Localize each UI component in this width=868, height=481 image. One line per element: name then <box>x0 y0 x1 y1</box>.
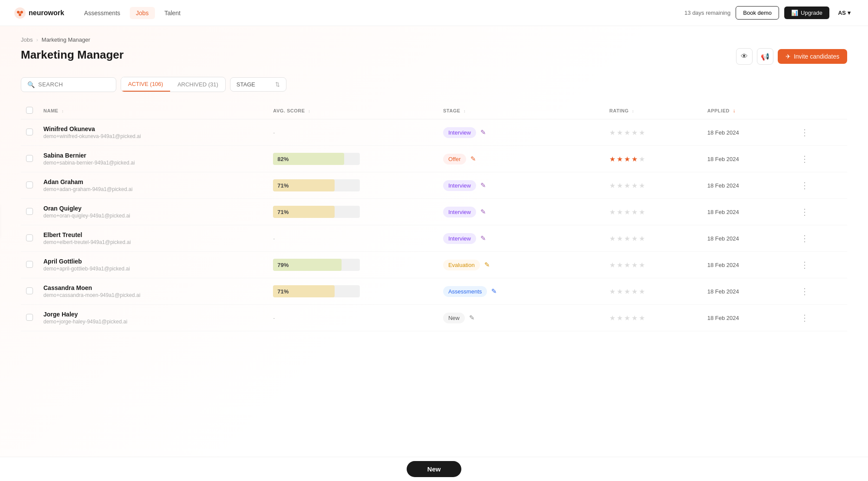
more-menu-button[interactable]: ⋮ <box>797 311 812 324</box>
search-input[interactable] <box>38 81 110 88</box>
star-4[interactable]: ★ <box>631 128 638 137</box>
star-3[interactable]: ★ <box>624 261 630 269</box>
nav-assessments[interactable]: Assessments <box>78 7 126 19</box>
rating-stars[interactable]: ★★★★★ <box>609 261 697 269</box>
star-1[interactable]: ★ <box>609 287 615 296</box>
row-checkbox[interactable] <box>26 234 33 241</box>
star-3[interactable]: ★ <box>624 155 630 163</box>
star-1[interactable]: ★ <box>609 314 615 322</box>
stage-select[interactable]: STAGE ⇅ <box>230 77 286 92</box>
star-5[interactable]: ★ <box>639 287 645 296</box>
col-name[interactable]: NAME ↕ <box>38 102 268 119</box>
nav-talent[interactable]: Talent <box>158 7 187 19</box>
more-menu-button[interactable]: ⋮ <box>797 232 812 245</box>
row-checkbox[interactable] <box>26 181 33 188</box>
search-box[interactable]: 🔍 <box>21 77 116 92</box>
book-demo-button[interactable]: Book demo <box>736 6 779 20</box>
star-3[interactable]: ★ <box>624 234 630 243</box>
stage-badge[interactable]: Interview <box>443 233 476 244</box>
stage-edit-icon[interactable]: ✎ <box>469 314 475 322</box>
more-menu-button[interactable]: ⋮ <box>797 179 812 192</box>
candidate-name-cell[interactable]: Jorge Haley demo+jorge-haley-949a1@picke… <box>38 305 268 331</box>
rating-stars[interactable]: ★★★★★ <box>609 128 697 137</box>
tab-active[interactable]: ACTIVE (106) <box>121 77 170 92</box>
table-row[interactable]: Jorge Haley demo+jorge-haley-949a1@picke… <box>21 305 847 331</box>
rating-stars[interactable]: ★★★★★ <box>609 314 697 322</box>
row-checkbox[interactable] <box>26 155 33 162</box>
star-2[interactable]: ★ <box>617 234 623 243</box>
new-button[interactable]: New <box>407 461 462 477</box>
star-2[interactable]: ★ <box>617 128 623 137</box>
star-5[interactable]: ★ <box>639 208 645 216</box>
table-row[interactable]: Oran Quigley demo+oran-quigley-949a1@pic… <box>21 199 847 225</box>
star-3[interactable]: ★ <box>624 181 630 190</box>
row-checkbox[interactable] <box>26 287 33 294</box>
star-3[interactable]: ★ <box>624 287 630 296</box>
breadcrumb-parent[interactable]: Jobs <box>21 36 33 43</box>
more-menu-button[interactable]: ⋮ <box>797 152 812 165</box>
star-1[interactable]: ★ <box>609 261 615 269</box>
star-2[interactable]: ★ <box>617 314 623 322</box>
star-4[interactable]: ★ <box>631 234 638 243</box>
col-applied[interactable]: APPLIED ↓ <box>702 102 792 119</box>
table-row[interactable]: Winifred Okuneva demo+winifred-okuneva-9… <box>21 119 847 146</box>
star-2[interactable]: ★ <box>617 208 623 216</box>
tab-archived[interactable]: ARCHIVED (31) <box>171 78 225 91</box>
share-button[interactable]: 📢 <box>757 48 773 65</box>
stage-edit-icon[interactable]: ✎ <box>480 208 486 216</box>
star-2[interactable]: ★ <box>617 155 623 163</box>
star-1[interactable]: ★ <box>609 208 615 216</box>
star-3[interactable]: ★ <box>624 314 630 322</box>
table-row[interactable]: Cassandra Moen demo+cassandra-moen-949a1… <box>21 278 847 305</box>
candidate-name-cell[interactable]: Cassandra Moen demo+cassandra-moen-949a1… <box>38 278 268 305</box>
stage-edit-icon[interactable]: ✎ <box>480 234 486 242</box>
rating-stars[interactable]: ★★★★★ <box>609 287 697 296</box>
more-menu-button[interactable]: ⋮ <box>797 205 812 218</box>
candidate-name-cell[interactable]: Sabina Bernier demo+sabina-bernier-949a1… <box>38 146 268 172</box>
star-5[interactable]: ★ <box>639 155 645 163</box>
nav-jobs[interactable]: Jobs <box>130 7 155 19</box>
candidate-name-cell[interactable]: Elbert Treutel demo+elbert-treutel-949a1… <box>38 225 268 252</box>
star-2[interactable]: ★ <box>617 181 623 190</box>
col-rating[interactable]: RATING ↕ <box>604 102 702 119</box>
star-5[interactable]: ★ <box>639 128 645 137</box>
candidate-name-cell[interactable]: Adan Graham demo+adan-graham-949a1@picke… <box>38 172 268 199</box>
upgrade-button[interactable]: 📊 Upgrade <box>784 7 829 19</box>
candidate-name-cell[interactable]: Oran Quigley demo+oran-quigley-949a1@pic… <box>38 199 268 225</box>
star-1[interactable]: ★ <box>609 234 615 243</box>
star-4[interactable]: ★ <box>631 208 638 216</box>
candidate-name-cell[interactable]: April Gottlieb demo+april-gottlieb-949a1… <box>38 252 268 278</box>
more-menu-button[interactable]: ⋮ <box>797 126 812 139</box>
stage-badge[interactable]: Offer <box>443 154 466 165</box>
table-row[interactable]: Adan Graham demo+adan-graham-949a1@picke… <box>21 172 847 199</box>
stage-badge[interactable]: Assessments <box>443 286 487 297</box>
more-menu-button[interactable]: ⋮ <box>797 258 812 271</box>
row-checkbox[interactable] <box>26 128 33 135</box>
stage-badge[interactable]: Interview <box>443 180 476 191</box>
star-3[interactable]: ★ <box>624 128 630 137</box>
table-row[interactable]: Sabina Bernier demo+sabina-bernier-949a1… <box>21 146 847 172</box>
invite-candidates-button[interactable]: ✈ Invite candidates <box>778 49 847 64</box>
stage-edit-icon[interactable]: ✎ <box>480 128 486 136</box>
stage-edit-icon[interactable]: ✎ <box>470 155 476 163</box>
star-1[interactable]: ★ <box>609 155 615 163</box>
table-row[interactable]: Elbert Treutel demo+elbert-treutel-949a1… <box>21 225 847 252</box>
col-stage[interactable]: STAGE ↕ <box>438 102 604 119</box>
stage-badge[interactable]: Evaluation <box>443 260 480 270</box>
stage-edit-icon[interactable]: ✎ <box>484 261 490 269</box>
more-menu-button[interactable]: ⋮ <box>797 285 812 298</box>
stage-badge[interactable]: New <box>443 313 465 323</box>
table-row[interactable]: April Gottlieb demo+april-gottlieb-949a1… <box>21 252 847 278</box>
star-5[interactable]: ★ <box>639 261 645 269</box>
star-4[interactable]: ★ <box>631 155 638 163</box>
star-3[interactable]: ★ <box>624 208 630 216</box>
candidate-name-cell[interactable]: Winifred Okuneva demo+winifred-okuneva-9… <box>38 119 268 146</box>
star-5[interactable]: ★ <box>639 314 645 322</box>
logo[interactable]: neurowork <box>14 7 64 19</box>
stage-edit-icon[interactable]: ✎ <box>480 181 486 189</box>
rating-stars[interactable]: ★★★★★ <box>609 181 697 190</box>
star-4[interactable]: ★ <box>631 314 638 322</box>
rating-stars[interactable]: ★★★★★ <box>609 208 697 216</box>
stage-badge[interactable]: Interview <box>443 127 476 138</box>
row-checkbox[interactable] <box>26 208 33 215</box>
